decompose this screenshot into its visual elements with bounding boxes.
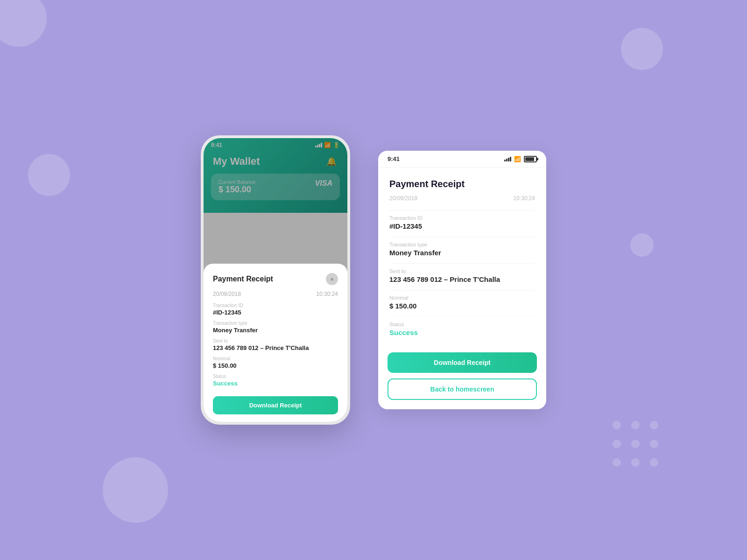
receipt-status-icons: 📶: [504, 156, 537, 162]
close-button[interactable]: ×: [326, 273, 338, 285]
receipt-battery-icon: [524, 156, 537, 162]
status-value: Success: [213, 380, 338, 387]
modal-field-transaction-type: Transaction type Money Transfer: [213, 321, 338, 334]
modal-header: Payment Receipt ×: [213, 273, 338, 285]
modal-field-nominal: Nominal $ 150.00: [213, 356, 338, 369]
receipt-status-label: Status: [389, 322, 535, 327]
receipt-status-value: Success: [389, 329, 535, 336]
status-label: Status: [213, 374, 338, 379]
bg-dot-7: [650, 421, 658, 429]
modal-download-button[interactable]: Download Receipt: [213, 396, 338, 414]
modal-date-row: 20/09/2018 10:30:24: [213, 291, 338, 297]
receipt-card: 9:41 📶 Payment Receipt 20/09/2018 10:30:…: [378, 151, 546, 409]
receipt-field-sent-to: Sent to 123 456 789 012 – Prince T'Chall…: [389, 263, 535, 283]
main-content: 9:41 📶 🔋 My Wallet 🔔: [201, 135, 546, 425]
back-to-homescreen-button[interactable]: Back to homescreen: [388, 378, 537, 400]
bg-dot-6: [613, 440, 621, 448]
bg-dot-2: [631, 458, 640, 467]
receipt-transaction-type-label: Transaction type: [389, 242, 535, 247]
bg-dot-9: [613, 421, 621, 429]
phone-screen: 9:41 📶 🔋 My Wallet 🔔: [204, 138, 347, 422]
transaction-id-label: Transaction ID: [213, 303, 338, 308]
sent-to-value: 123 456 789 012 – Prince T'Challa: [213, 344, 338, 351]
transaction-id-value: #ID-12345: [213, 309, 338, 316]
receipt-field-transaction-id: Transaction ID #ID-12345: [389, 210, 535, 230]
modal-date: 20/09/2018: [213, 291, 241, 297]
receipt-field-transaction-type: Transaction type Money Transfer: [389, 237, 535, 257]
receipt-nominal-label: Nominal: [389, 295, 535, 301]
modal-field-status: Status Success: [213, 374, 338, 387]
receipt-status-time: 9:41: [388, 155, 400, 162]
receipt-status-bar: 9:41 📶: [378, 151, 546, 168]
receipt-signal-icon: [504, 157, 511, 161]
receipt-date: 20/09/2018: [389, 195, 417, 202]
receipt-title: Payment Receipt: [389, 179, 535, 189]
bg-dot-8: [631, 421, 640, 429]
bg-dot-4: [650, 440, 658, 448]
phone-mockup: 9:41 📶 🔋 My Wallet 🔔: [201, 135, 350, 425]
sent-to-label: Sent to: [213, 338, 338, 343]
bg-dot-1: [650, 458, 658, 467]
receipt-nominal-value: $ 150.00: [389, 302, 535, 310]
bg-circle-mid-left: [28, 154, 70, 196]
transaction-type-value: Money Transfer: [213, 327, 338, 334]
receipt-time-value: 10:30:24: [513, 195, 535, 202]
download-receipt-button[interactable]: Download Receipt: [388, 352, 537, 373]
nominal-label: Nominal: [213, 356, 338, 361]
receipt-buttons: Download Receipt Back to homescreen: [378, 352, 546, 409]
modal-field-transaction-id: Transaction ID #ID-12345: [213, 303, 338, 316]
bg-dot-3: [613, 458, 621, 467]
modal-title: Payment Receipt: [213, 275, 273, 283]
nominal-value: $ 150.00: [213, 362, 338, 369]
bg-dot-5: [631, 440, 640, 448]
receipt-body: Payment Receipt 20/09/2018 10:30:24 Tran…: [378, 168, 546, 352]
receipt-transaction-type-value: Money Transfer: [389, 249, 535, 257]
bg-circle-bottom-left: [103, 457, 168, 523]
transaction-type-label: Transaction type: [213, 321, 338, 326]
bg-circle-top-right: [621, 28, 663, 70]
receipt-sent-to-value: 123 456 789 012 – Prince T'Challa: [389, 275, 535, 283]
receipt-field-nominal: Nominal $ 150.00: [389, 290, 535, 310]
modal-time: 10:30:24: [316, 291, 338, 297]
receipt-transaction-id-value: #ID-12345: [389, 222, 535, 230]
modal-field-sent-to: Sent to 123 456 789 012 – Prince T'Chall…: [213, 338, 338, 351]
receipt-field-status: Status Success: [389, 316, 535, 336]
receipt-date-row: 20/09/2018 10:30:24: [389, 195, 535, 202]
receipt-sent-to-label: Sent to: [389, 268, 535, 274]
bg-circle-mid-right: [630, 233, 654, 257]
payment-receipt-modal: Payment Receipt × 20/09/2018 10:30:24 Tr…: [204, 264, 347, 422]
bg-circle-top-left: [0, 0, 47, 47]
receipt-transaction-id-label: Transaction ID: [389, 215, 535, 221]
receipt-wifi-icon: 📶: [514, 156, 521, 162]
